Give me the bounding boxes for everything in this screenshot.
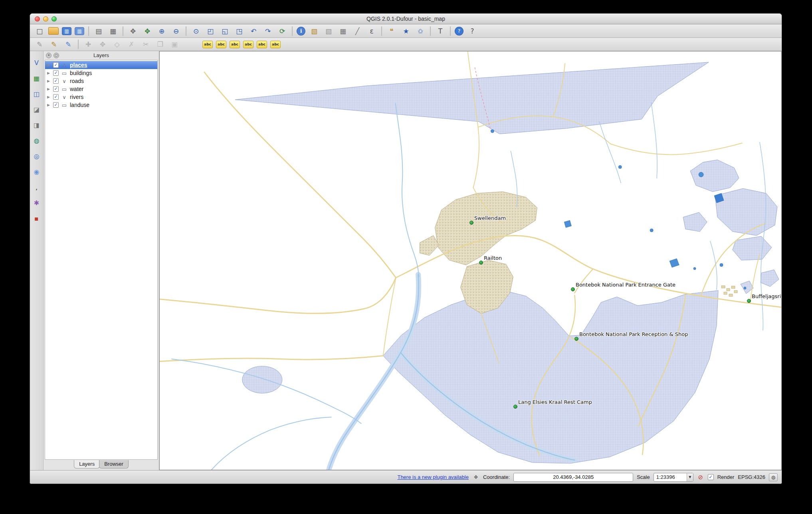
node-tool-button[interactable]: ◇ — [111, 39, 123, 50]
scale-combo[interactable]: 1:23396 ▼ — [654, 473, 693, 482]
crs-text: EPSG:4326 — [738, 474, 765, 480]
help-contents-button[interactable]: ? — [455, 27, 463, 36]
save-project-button[interactable]: ▥ — [62, 27, 71, 35]
pan-map-button[interactable]: ✥ — [127, 26, 139, 37]
layer-visibility-checkbox[interactable]: ✓ — [53, 70, 59, 76]
plugin-available-link[interactable]: There is a new plugin available — [397, 474, 469, 480]
crs-status-button[interactable]: ◍ — [769, 473, 778, 481]
add-delimited-text-button[interactable]: , — [32, 182, 42, 192]
expand-arrow-icon[interactable]: ▶ — [47, 63, 51, 67]
title-bar[interactable]: QGIS 2.0.1-Dufour - basic_map — [30, 14, 782, 24]
label-properties-button[interactable]: abc — [270, 41, 281, 48]
add-raster-layer-button[interactable]: ▦ — [32, 73, 42, 83]
panel-close-button[interactable]: ✕ — [46, 53, 51, 58]
plugin-icon[interactable]: ❖ — [472, 474, 479, 481]
zoom-next-button[interactable]: ↷ — [262, 26, 273, 37]
delete-selected-button[interactable]: ✗ — [126, 39, 137, 50]
refresh-map-button[interactable]: ⟳ — [277, 26, 288, 37]
place-marker-icon — [469, 221, 473, 225]
layers-panel-header: ✕ ◻ Layers — [44, 51, 159, 60]
tab-browser[interactable]: Browser — [99, 460, 129, 469]
paste-features-button[interactable]: ▣ — [169, 39, 180, 50]
open-project-button[interactable] — [48, 27, 59, 35]
expand-arrow-icon[interactable]: ▶ — [47, 87, 51, 91]
layer-visibility-checkbox[interactable]: ✓ — [53, 78, 59, 84]
zoom-to-layer-button[interactable]: ◳ — [234, 26, 245, 37]
move-feature-button[interactable]: ✥ — [97, 39, 108, 50]
label-pin-button[interactable]: abc — [216, 41, 226, 48]
save-project-as-button[interactable]: ▥ — [75, 27, 84, 35]
add-spatialite-layer-button[interactable]: ◪ — [32, 104, 42, 115]
zoom-last-button[interactable]: ↶ — [248, 26, 259, 37]
measure-button[interactable]: ╱ — [352, 26, 363, 37]
label-rotate-button[interactable]: abc — [257, 41, 267, 48]
layer-label: places — [70, 62, 87, 68]
zoom-to-selection-button[interactable]: ◱ — [219, 26, 230, 37]
copy-features-button[interactable]: ❐ — [154, 39, 166, 50]
current-edits-button[interactable]: ✎ — [34, 39, 45, 50]
expand-arrow-icon[interactable]: ▶ — [47, 103, 51, 107]
close-button[interactable] — [35, 16, 40, 22]
toolbar-separator — [430, 26, 431, 36]
map-canvas[interactable]: Swellendam Railton Bontebok National Par… — [159, 51, 782, 470]
text-annotation-button[interactable]: T — [435, 26, 446, 37]
zoom-out-button[interactable]: ⊖ — [170, 26, 182, 37]
map-tips-button[interactable]: ❝ — [386, 26, 397, 37]
expand-arrow-icon[interactable]: ▶ — [47, 95, 51, 99]
layer-tree[interactable]: ▶ ✓ ∴ places ▶ ✓ ▭ buildings ▶ — [45, 60, 158, 460]
save-layer-edits-button[interactable]: ✎ — [63, 39, 74, 50]
pan-to-selection-button[interactable]: ✥ — [142, 26, 153, 37]
layer-visibility-checkbox[interactable]: ✓ — [53, 102, 59, 108]
new-composer-button[interactable]: ▤ — [93, 26, 104, 37]
zoom-window-button[interactable] — [51, 16, 57, 22]
labeling-options-button[interactable]: abc — [202, 41, 213, 48]
add-postgis-layer-button[interactable]: ◫ — [32, 89, 42, 99]
new-bookmark-button[interactable]: ✩ — [415, 26, 426, 37]
chevron-down-icon[interactable]: ▼ — [687, 473, 693, 481]
zoom-native-button[interactable]: ⊙ — [190, 26, 202, 37]
layer-visibility-checkbox[interactable]: ✓ — [53, 62, 59, 68]
toggle-editing-button[interactable]: ✎ — [48, 39, 59, 50]
minimize-button[interactable] — [43, 16, 48, 22]
cut-features-button[interactable]: ✂ — [140, 39, 151, 50]
layer-item-rivers[interactable]: ▶ ✓ ∨ rivers — [45, 93, 157, 101]
layer-item-roads[interactable]: ▶ ✓ ∨ roads — [45, 77, 157, 85]
add-wms-layer-button[interactable]: ◍ — [32, 135, 42, 146]
qgis-window: QGIS 2.0.1-Dufour - basic_map □▥▥▤▦✥✥⊕⊖⊙… — [30, 13, 782, 484]
layer-visibility-checkbox[interactable]: ✓ — [53, 94, 59, 100]
add-wfs-layer-button[interactable]: ◉ — [32, 166, 42, 177]
layer-item-buildings[interactable]: ▶ ✓ ▭ buildings — [45, 69, 157, 77]
layer-type-icon: ▭ — [61, 70, 68, 76]
new-project-button[interactable]: □ — [34, 26, 45, 37]
add-feature-button[interactable]: ✚ — [83, 39, 94, 50]
layer-item-places[interactable]: ▶ ✓ ∴ places — [45, 61, 157, 69]
deselect-features-button[interactable]: ▧ — [323, 26, 334, 37]
add-mssql-layer-button[interactable]: ◨ — [32, 120, 42, 130]
tab-layers[interactable]: Layers — [74, 460, 100, 469]
layer-type-icon: ∨ — [61, 78, 68, 84]
whats-this-button[interactable]: ? — [467, 26, 478, 37]
coordinate-input[interactable] — [513, 473, 633, 482]
render-checkbox[interactable]: ✓ — [708, 474, 714, 480]
stop-render-icon[interactable]: ⊘ — [697, 474, 704, 481]
expand-arrow-icon[interactable]: ▶ — [47, 71, 51, 75]
layer-visibility-checkbox[interactable]: ✓ — [53, 86, 59, 92]
show-bookmarks-button[interactable]: ★ — [400, 26, 412, 37]
layer-item-landuse[interactable]: ▶ ✓ ▭ landuse — [45, 101, 157, 109]
panel-float-button[interactable]: ◻ — [53, 53, 59, 58]
new-shapefile-layer-button[interactable]: ✱ — [32, 198, 42, 208]
layer-item-water[interactable]: ▶ ✓ ▭ water — [45, 85, 157, 93]
add-wcs-layer-button[interactable]: ◎ — [32, 151, 42, 161]
field-calculator-button[interactable]: ε — [366, 26, 377, 37]
open-attribute-table-button[interactable]: ▦ — [337, 26, 349, 37]
label-show-hide-button[interactable]: abc — [230, 41, 240, 48]
zoom-full-button[interactable]: ◰ — [205, 26, 216, 37]
identify-button[interactable]: ℹ — [297, 27, 305, 36]
zoom-in-button[interactable]: ⊕ — [156, 26, 167, 37]
label-move-button[interactable]: abc — [243, 41, 254, 48]
add-vector-layer-button[interactable]: V — [32, 57, 42, 68]
expand-arrow-icon[interactable]: ▶ — [47, 79, 51, 83]
remove-layer-button[interactable]: ▪ — [32, 213, 42, 223]
composer-manager-button[interactable]: ▦ — [107, 26, 119, 37]
select-features-button[interactable]: ▧ — [309, 26, 320, 37]
